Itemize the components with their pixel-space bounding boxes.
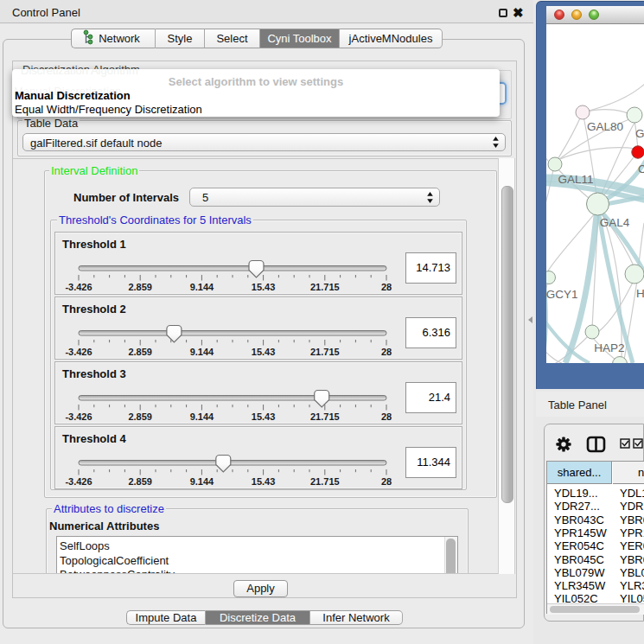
- svg-text:9.144: 9.144: [190, 347, 214, 357]
- svg-text:28: 28: [381, 282, 392, 292]
- svg-text:-3.426: -3.426: [65, 411, 92, 422]
- svg-text:GAL4: GAL4: [600, 216, 630, 229]
- svg-text:-3.426: -3.426: [65, 476, 92, 487]
- svg-text:21.715: 21.715: [310, 282, 340, 292]
- svg-text:28: 28: [381, 347, 392, 357]
- svg-text:21.715: 21.715: [310, 347, 340, 357]
- svg-text:HAP2: HAP2: [594, 341, 624, 354]
- svg-text:2.859: 2.859: [128, 282, 152, 292]
- svg-text:-3.426: -3.426: [65, 282, 92, 292]
- svg-text:C: C: [638, 163, 644, 175]
- svg-text:2.859: 2.859: [128, 411, 152, 422]
- svg-text:GCY1: GCY1: [546, 288, 577, 301]
- svg-text:28: 28: [381, 411, 392, 422]
- svg-text:H: H: [636, 287, 644, 300]
- svg-text:2.859: 2.859: [128, 476, 152, 487]
- svg-text:21.715: 21.715: [310, 476, 340, 487]
- svg-text:2.859: 2.859: [128, 347, 152, 357]
- svg-text:15.43: 15.43: [252, 347, 276, 357]
- svg-text:15.43: 15.43: [252, 282, 276, 292]
- svg-text:GAL80: GAL80: [587, 120, 623, 133]
- svg-text:9.144: 9.144: [190, 411, 214, 422]
- svg-text:-3.426: -3.426: [65, 347, 92, 357]
- svg-text:15.43: 15.43: [252, 476, 276, 487]
- svg-text:21.715: 21.715: [310, 411, 340, 422]
- svg-text:9.144: 9.144: [190, 476, 214, 487]
- svg-text:9.144: 9.144: [190, 282, 214, 292]
- svg-text:28: 28: [381, 476, 392, 487]
- svg-text:GAL11: GAL11: [558, 173, 593, 186]
- svg-text:GA: GA: [635, 127, 644, 140]
- svg-text:15.43: 15.43: [252, 411, 276, 422]
